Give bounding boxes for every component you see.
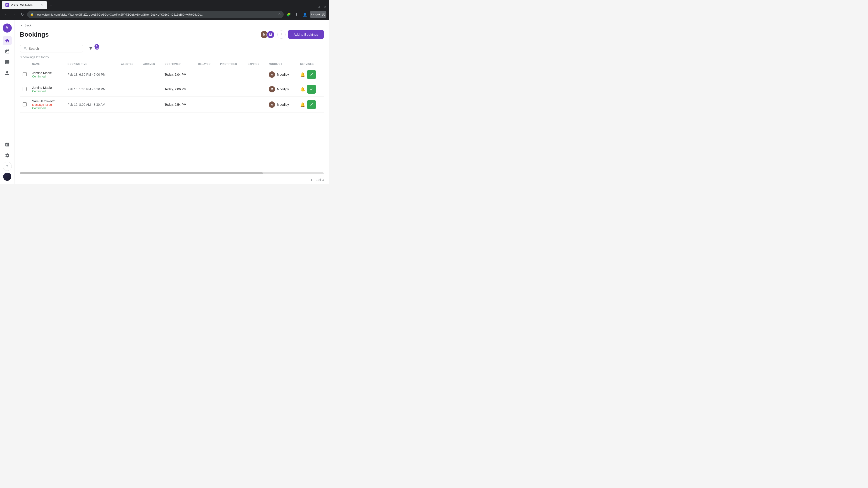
bookings-table: NAME BOOKING TIME ALERTED ARRIVED CONFIR… bbox=[20, 61, 324, 113]
header-avatar-2: M bbox=[267, 31, 275, 39]
moodjoy-avatar-2: M bbox=[269, 86, 275, 92]
services-cell-2: 🔔 ✓ bbox=[300, 85, 321, 94]
sidebar-user-avatar[interactable] bbox=[3, 173, 11, 181]
close-button[interactable]: ✕ bbox=[323, 4, 327, 9]
back-button[interactable]: Back bbox=[20, 24, 31, 27]
row-moodjoy-3: M Moodjoy bbox=[266, 97, 298, 113]
address-text: new.waitwhile.com/visits?filter-ex0jTf2Z… bbox=[35, 13, 276, 16]
address-bar[interactable]: 🔒 new.waitwhile.com/visits?filter-ex0jTf… bbox=[27, 11, 284, 18]
booking-time-2: Feb 15, 1:30 PM - 3:30 PM bbox=[68, 88, 105, 91]
row-services-2: 🔔 ✓ bbox=[298, 82, 324, 97]
scroll-bar-track[interactable] bbox=[20, 172, 324, 174]
tab-close-button[interactable]: ✕ bbox=[40, 3, 43, 7]
col-prioritized: PRIORITIZED bbox=[217, 61, 245, 67]
scroll-bar-thumb[interactable] bbox=[20, 172, 263, 174]
avatar-group: M M bbox=[260, 31, 275, 39]
sidebar-item-settings[interactable] bbox=[3, 151, 12, 160]
more-options-button[interactable]: ⋮ bbox=[277, 31, 285, 39]
sidebar: M bbox=[0, 20, 14, 184]
lock-icon: 🔒 bbox=[30, 13, 34, 16]
row-arrived-1 bbox=[141, 67, 162, 82]
bell-icon-3[interactable]: 🔔 bbox=[300, 102, 305, 107]
moodjoy-cell-2: M Moodjoy bbox=[269, 86, 295, 92]
moodjoy-label-3: Moodjoy bbox=[277, 103, 289, 106]
sidebar-item-chat[interactable] bbox=[3, 58, 12, 67]
forward-nav-button[interactable]: › bbox=[11, 11, 17, 18]
confirmed-time-1: Today, 2:04 PM bbox=[164, 73, 186, 76]
page-title: Bookings bbox=[20, 31, 256, 38]
row-confirmed-3: Today, 2:54 PM bbox=[162, 97, 195, 113]
search-input[interactable] bbox=[29, 47, 79, 51]
row-services-1: 🔔 ✓ bbox=[298, 67, 324, 82]
search-icon bbox=[24, 47, 27, 51]
col-booking-time: BOOKING TIME bbox=[65, 61, 119, 67]
col-expired: EXPIRED bbox=[245, 61, 266, 67]
maximize-button[interactable]: □ bbox=[316, 4, 321, 9]
sidebar-item-home[interactable] bbox=[3, 36, 12, 45]
incognito-button[interactable]: Incognito (2) bbox=[310, 11, 327, 18]
row-checkbox-2[interactable] bbox=[23, 87, 27, 91]
sidebar-item-help[interactable]: ? bbox=[3, 162, 12, 171]
profile-button[interactable]: 👤 bbox=[302, 11, 308, 18]
sidebar-item-calendar[interactable] bbox=[3, 47, 12, 56]
table-row: Jemina Madie Confirmed Feb 15, 1:30 PM -… bbox=[20, 82, 324, 97]
check-button-2[interactable]: ✓ bbox=[307, 85, 316, 94]
row-prioritized-1 bbox=[217, 67, 245, 82]
moodjoy-label-2: Moodjoy bbox=[277, 88, 289, 91]
row-name-cell-3: Sam Hemsworth Message failed Confirmed bbox=[29, 97, 65, 113]
tab-favicon: M bbox=[5, 3, 9, 7]
confirmed-time-2: Today, 2:06 PM bbox=[164, 88, 186, 91]
app-container: M bbox=[0, 20, 329, 184]
pagination-text: 1 – 3 of 3 bbox=[311, 178, 324, 182]
row-services-3: 🔔 ✓ bbox=[298, 97, 324, 113]
row-alerted-1 bbox=[119, 67, 141, 82]
row-arrived-2 bbox=[141, 82, 162, 97]
new-tab-button[interactable]: + bbox=[48, 3, 54, 9]
moodjoy-avatar-1: M bbox=[269, 71, 275, 78]
booking-status-1: Confirmed bbox=[32, 75, 62, 78]
check-button-1[interactable]: ✓ bbox=[307, 70, 316, 79]
confirmed-time-3: Today, 2:54 PM bbox=[164, 103, 186, 106]
check-button-3[interactable]: ✓ bbox=[307, 100, 316, 109]
filter-button[interactable]: 5 bbox=[87, 44, 98, 53]
row-prioritized-3 bbox=[217, 97, 245, 113]
row-checkbox-1[interactable] bbox=[23, 72, 27, 76]
col-alerted: ALERTED bbox=[119, 61, 141, 67]
minimize-button[interactable]: ─ bbox=[310, 4, 315, 9]
row-arrived-3 bbox=[141, 97, 162, 113]
calendar-icon bbox=[5, 49, 10, 54]
back-nav-button[interactable]: ‹ bbox=[3, 11, 9, 18]
add-to-bookings-button[interactable]: Add to Bookings bbox=[288, 30, 324, 39]
row-confirmed-1: Today, 2:04 PM bbox=[162, 67, 195, 82]
row-checkbox-3[interactable] bbox=[23, 102, 27, 106]
sidebar-item-users[interactable] bbox=[3, 69, 12, 78]
downloads-button[interactable]: ⬇ bbox=[293, 11, 300, 18]
tab-bar: M Visits | Waitwhile ✕ + ─ □ ✕ bbox=[0, 0, 329, 9]
col-name: NAME bbox=[29, 61, 65, 67]
row-delayed-1 bbox=[195, 67, 217, 82]
row-moodjoy-2: M Moodjoy bbox=[266, 82, 298, 97]
analytics-icon bbox=[5, 142, 10, 147]
sidebar-item-analytics[interactable] bbox=[3, 140, 12, 149]
row-checkbox-cell bbox=[20, 67, 29, 82]
active-tab[interactable]: M Visits | Waitwhile ✕ bbox=[2, 1, 47, 9]
booking-status-confirmed-3: Confirmed bbox=[32, 106, 62, 110]
services-cell-1: 🔔 ✓ bbox=[300, 70, 321, 79]
col-checkbox bbox=[20, 61, 29, 67]
bell-icon-2[interactable]: 🔔 bbox=[300, 87, 305, 92]
booking-time-3: Feb 19, 8:00 AM - 8:30 AM bbox=[68, 103, 105, 106]
refresh-nav-button[interactable]: ↻ bbox=[19, 11, 25, 18]
row-checkbox-cell-3 bbox=[20, 97, 29, 113]
home-icon bbox=[5, 38, 10, 43]
table-body: Jemina Madie Confirmed Feb 13, 6:30 PM -… bbox=[20, 67, 324, 113]
settings-icon bbox=[5, 153, 10, 158]
bell-icon-1[interactable]: 🔔 bbox=[300, 72, 305, 77]
row-time-cell-1: Feb 13, 6:30 PM - 7:00 PM bbox=[65, 67, 119, 82]
extensions-button[interactable]: 🧩 bbox=[285, 11, 292, 18]
booking-name-3: Sam Hemsworth bbox=[32, 99, 62, 103]
row-alerted-2 bbox=[119, 82, 141, 97]
bookmark-icon[interactable]: ☆ bbox=[278, 13, 281, 16]
row-expired-1 bbox=[245, 67, 266, 82]
back-label: Back bbox=[24, 24, 31, 27]
row-alerted-3 bbox=[119, 97, 141, 113]
